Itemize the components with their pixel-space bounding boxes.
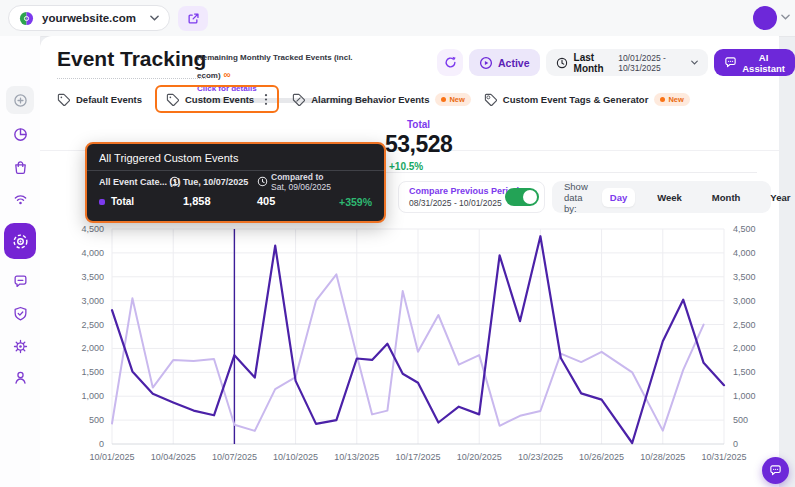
- svg-text:4,500: 4,500: [733, 224, 756, 234]
- tab-alarming-behavior-events[interactable]: Alarming Behavior Events New: [292, 93, 471, 106]
- new-badge: New: [654, 93, 689, 106]
- top-bar: yourwebsite.com: [0, 0, 795, 37]
- svg-text:4,500: 4,500: [81, 224, 104, 234]
- orange-dot-icon: [660, 97, 665, 102]
- support-chat-button[interactable]: [762, 457, 789, 484]
- svg-text:0: 0: [99, 439, 104, 449]
- event-tabs: Default Events Custom Events Alarming Be…: [57, 85, 690, 113]
- tooltip-compared-value: 405: [257, 195, 275, 207]
- date-range-value: 10/01/2025 - 10/31/2025: [618, 53, 685, 73]
- chat-bubble-icon: [13, 274, 28, 289]
- tag-icon: [57, 93, 70, 106]
- sidebar-item-event-tracking[interactable]: [4, 223, 36, 259]
- tooltip-compared-label: Compared to: [271, 172, 323, 182]
- orange-dot-icon: [441, 97, 446, 102]
- app-window: yourwebsite.com: [0, 0, 795, 487]
- ai-assistant-button[interactable]: AI Assistant: [714, 49, 795, 76]
- header-controls: Active Last Month 10/01/2025 - 10/31/202…: [437, 49, 795, 76]
- sidebar-item-feedback[interactable]: [0, 267, 40, 295]
- chart-tooltip: All Triggered Custom Events All Event Ca…: [85, 142, 386, 223]
- tab-label: Custom Events: [185, 94, 254, 105]
- svg-text:1,500: 1,500: [81, 367, 104, 377]
- total-label: Total: [407, 119, 430, 130]
- svg-text:10/13/2025: 10/13/2025: [334, 452, 379, 462]
- svg-text:2,500: 2,500: [81, 320, 104, 330]
- svg-text:2,500: 2,500: [733, 320, 756, 330]
- granularity-year[interactable]: Year: [762, 188, 795, 207]
- sidebar-item-analytics[interactable]: [0, 120, 40, 148]
- chevron-down-icon: [150, 15, 159, 21]
- svg-text:10/10/2025: 10/10/2025: [273, 452, 318, 462]
- clock-icon: [169, 176, 180, 187]
- sidebar-item-account[interactable]: [0, 363, 40, 391]
- site-name: yourwebsite.com: [42, 12, 142, 24]
- refresh-icon: [444, 56, 457, 69]
- ai-chat-icon: [724, 56, 737, 69]
- alarm-tag-icon: [292, 93, 305, 106]
- open-site-button[interactable]: [178, 6, 208, 31]
- user-icon: [13, 370, 28, 385]
- tag-icon: [166, 93, 179, 106]
- page-title: Event Tracking: [57, 47, 206, 79]
- date-range-picker[interactable]: Last Month 10/01/2025 - 10/31/2025: [546, 49, 709, 76]
- pie-chart-icon: [13, 127, 28, 142]
- period-preset-label: Last Month: [574, 52, 613, 74]
- svg-text:10/07/2025: 10/07/2025: [212, 452, 257, 462]
- avatar[interactable]: [753, 6, 777, 30]
- status-active-label: Active: [498, 57, 530, 69]
- show-data-by-group: Show data by: Day Week Month Year: [552, 181, 771, 213]
- site-selector[interactable]: yourwebsite.com: [8, 5, 170, 31]
- svg-text:2,000: 2,000: [733, 343, 756, 353]
- sidebar-item-signal[interactable]: [0, 185, 40, 213]
- svg-text:10/01/2025: 10/01/2025: [89, 452, 134, 462]
- chat-bubble-icon: [769, 464, 782, 477]
- tooltip-compared-date: Sat, 09/06/2025: [271, 182, 331, 192]
- svg-text:10/28/2025: 10/28/2025: [640, 452, 685, 462]
- divider: [87, 170, 384, 171]
- tooltip-delta: +359%: [339, 196, 372, 208]
- svg-text:1,500: 1,500: [733, 367, 756, 377]
- avatar-chevron-icon[interactable]: [781, 14, 790, 20]
- events-line-chart[interactable]: 10/01/202510/04/202510/07/202510/10/2025…: [55, 222, 795, 482]
- shield-check-icon: [13, 306, 28, 321]
- sidebar-item-expand[interactable]: [6, 86, 34, 114]
- clock-icon: [257, 176, 268, 187]
- tab-custom-event-tags-generator[interactable]: Custom Event Tags & Generator New: [484, 93, 690, 106]
- remaining-events-label: Remaining Monthly Tracked Events (incl. …: [197, 53, 353, 80]
- svg-text:3,500: 3,500: [81, 272, 104, 282]
- sidebar-item-store[interactable]: [0, 153, 40, 181]
- chevron-down-icon: [691, 60, 698, 65]
- svg-text:1,000: 1,000: [81, 391, 104, 401]
- new-badge: New: [435, 93, 470, 106]
- sidebar-item-privacy[interactable]: [0, 299, 40, 327]
- plus-circle-icon: [13, 93, 28, 108]
- tab-label: Alarming Behavior Events: [311, 94, 429, 105]
- granularity-week[interactable]: Week: [649, 188, 690, 207]
- show-data-by-label: Show data by:: [564, 181, 588, 214]
- svg-text:4,000: 4,000: [733, 248, 756, 258]
- granularity-day[interactable]: Day: [602, 188, 635, 207]
- svg-text:0: 0: [733, 439, 738, 449]
- compare-toggle[interactable]: [505, 188, 539, 206]
- compare-range: 08/31/2025 - 10/01/2025: [409, 198, 502, 208]
- svg-text:10/04/2025: 10/04/2025: [151, 452, 196, 462]
- granularity-month[interactable]: Month: [704, 188, 749, 207]
- infinity-icon: ∞: [224, 69, 231, 80]
- refresh-button[interactable]: [437, 49, 463, 76]
- kebab-menu-icon[interactable]: [264, 93, 268, 106]
- tab-label: Default Events: [76, 94, 142, 105]
- status-active-button[interactable]: Active: [469, 49, 540, 76]
- svg-text:10/17/2025: 10/17/2025: [395, 452, 440, 462]
- sidebar: [0, 36, 41, 487]
- tab-custom-events[interactable]: Custom Events: [155, 85, 279, 113]
- sidebar-item-settings[interactable]: [0, 332, 40, 360]
- svg-text:10/20/2025: 10/20/2025: [457, 452, 502, 462]
- tooltip-series-label: Total: [111, 196, 134, 207]
- svg-text:500: 500: [89, 415, 104, 425]
- svg-text:3,000: 3,000: [733, 296, 756, 306]
- tab-default-events[interactable]: Default Events: [57, 93, 142, 106]
- total-value: 53,528: [385, 131, 452, 158]
- svg-text:4,000: 4,000: [81, 248, 104, 258]
- shopping-bag-icon: [13, 160, 28, 175]
- svg-text:10/31/2025: 10/31/2025: [701, 452, 746, 462]
